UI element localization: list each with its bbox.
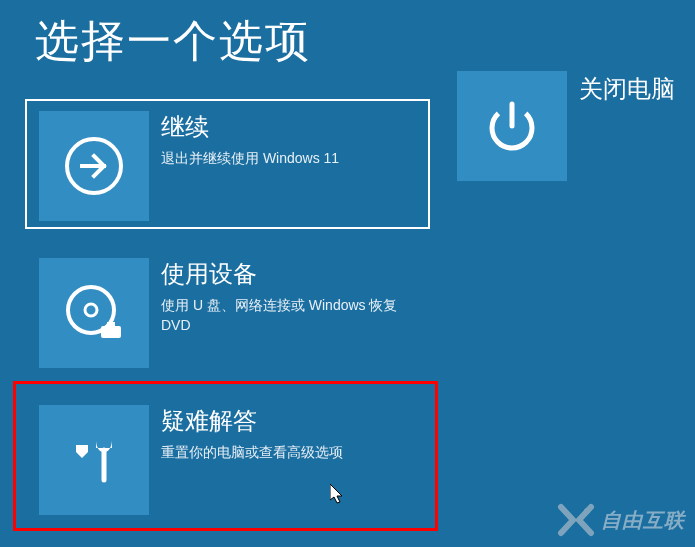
troubleshoot-desc: 重置你的电脑或查看高级选项 [161,443,428,463]
tools-icon [39,405,149,515]
troubleshoot-tile[interactable]: 疑难解答 重置你的电脑或查看高级选项 [25,393,430,523]
disc-icon [39,258,149,368]
shutdown-tile[interactable]: 关闭电脑 [457,71,675,181]
use-device-text: 使用设备 使用 U 盘、网络连接或 Windows 恢复 DVD [149,248,428,374]
page-title: 选择一个选项 [0,0,695,71]
svg-rect-4 [107,322,115,328]
use-device-desc: 使用 U 盘、网络连接或 Windows 恢复 DVD [161,296,428,335]
continue-title: 继续 [161,111,428,143]
use-device-tile[interactable]: 使用设备 使用 U 盘、网络连接或 Windows 恢复 DVD [25,246,430,376]
svg-point-7 [584,508,590,514]
watermark: 自由互联 [557,503,685,537]
shutdown-title: 关闭电脑 [567,71,675,181]
power-icon [457,71,567,181]
watermark-text: 自由互联 [601,507,685,534]
continue-tile[interactable]: 继续 退出并继续使用 Windows 11 [25,99,430,229]
troubleshoot-title: 疑难解答 [161,405,428,437]
svg-point-2 [85,304,97,316]
troubleshoot-text: 疑难解答 重置你的电脑或查看高级选项 [149,395,428,521]
options-container: 继续 退出并继续使用 Windows 11 使用设备 使用 U 盘、网络连接或 … [0,71,695,523]
continue-desc: 退出并继续使用 Windows 11 [161,149,428,169]
continue-text: 继续 退出并继续使用 Windows 11 [149,101,428,227]
use-device-title: 使用设备 [161,258,428,290]
arrow-right-icon [39,111,149,221]
